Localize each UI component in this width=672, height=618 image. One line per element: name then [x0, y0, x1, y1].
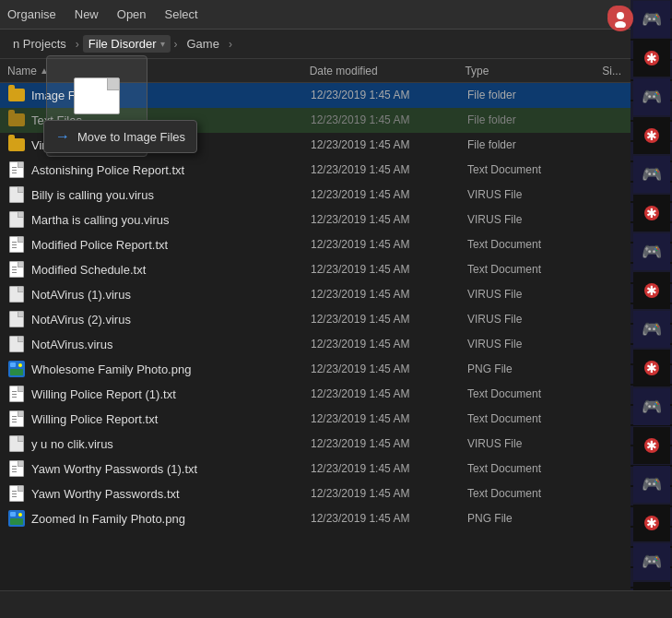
file-modified: 12/23/2019 1:45 AM — [311, 437, 467, 450]
file-name: Yawn Worthy Passwords.txt — [31, 487, 311, 501]
file-type: PNG File — [467, 512, 606, 525]
toolbar: Organise New Open Select — [0, 0, 672, 30]
svg-text:✱: ✱ — [646, 128, 657, 143]
puzzle-tile: 🎮 — [633, 233, 670, 270]
toolbar-select[interactable]: Select — [165, 7, 198, 21]
file-modified: 12/23/2019 1:45 AM — [311, 487, 467, 500]
puzzle-tile: ✱ — [633, 505, 670, 541]
puzzle-tile: 🎮 — [633, 388, 670, 425]
file-row[interactable]: Zoomed In Family Photo.png12/23/2019 1:4… — [0, 506, 631, 531]
file-name: Zoomed In Family Photo.png — [31, 512, 311, 526]
file-modified: 12/23/2019 1:45 AM — [311, 288, 467, 301]
file-type: File folder — [467, 113, 606, 126]
svg-rect-24 — [10, 518, 23, 525]
svg-point-25 — [18, 513, 22, 517]
svg-point-16 — [617, 12, 624, 19]
file-modified: 12/23/2019 1:45 AM — [311, 213, 467, 226]
puzzle-tile: 🎮 — [633, 311, 670, 348]
file-list: Image Files12/23/2019 1:45 AMFile folder… — [0, 83, 672, 590]
file-row[interactable]: Text Files12/23/2019 1:45 AMFile folder — [0, 108, 631, 133]
file-row[interactable]: Modified Schedule.txt12/23/2019 1:45 AMT… — [0, 257, 631, 282]
file-icon — [7, 210, 26, 229]
sort-arrow-icon: ▲ — [40, 65, 49, 76]
file-icon — [7, 285, 26, 303]
file-name: Wholesome Family Photo.png — [31, 362, 311, 376]
file-icon — [7, 335, 26, 353]
file-icon — [7, 235, 26, 254]
file-name: NotAVirus (1).virus — [31, 288, 311, 302]
file-row[interactable]: Yawn Worthy Passwords.txt12/23/2019 1:45… — [0, 481, 631, 506]
col-header-name[interactable]: Name ▲ — [7, 65, 310, 77]
file-modified: 12/23/2019 1:45 AM — [311, 512, 467, 525]
puzzle-tile: ✱ — [633, 427, 670, 464]
file-name: NotAVirus (2).virus — [31, 313, 311, 327]
file-type: PNG File — [467, 362, 606, 375]
file-modified: 12/23/2019 1:45 AM — [311, 188, 467, 201]
breadcrumb-file-disorder[interactable]: File Disorder ▾ — [83, 35, 171, 53]
svg-point-21 — [18, 363, 22, 367]
file-type: Text Document — [467, 163, 606, 176]
column-headers: Name ▲ Date modified Type Si... — [0, 59, 672, 83]
breadcrumb-sep-3: › — [229, 38, 232, 51]
file-name: Martha is calling you.virus — [31, 213, 311, 227]
file-modified: 12/23/2019 1:45 AM — [311, 163, 467, 176]
file-row[interactable]: Astonishing Police Report.txt12/23/2019 … — [0, 158, 631, 183]
svg-text:✱: ✱ — [646, 516, 657, 530]
file-name: Modified Police Report.txt — [31, 238, 311, 252]
file-icon — [7, 459, 26, 478]
col-header-size[interactable]: Si... — [602, 65, 621, 77]
file-type: File folder — [467, 89, 606, 101]
file-row[interactable]: NotAVirus (2).virus12/23/2019 1:45 AMVIR… — [0, 307, 631, 332]
file-row[interactable]: Wholesome Family Photo.png12/23/2019 1:4… — [0, 357, 631, 382]
file-name: Billy is calling you.virus — [31, 188, 311, 202]
breadcrumb-sep-1: › — [76, 38, 79, 51]
file-row[interactable]: Yawn Worthy Passwords (1).txt12/23/2019 … — [0, 457, 631, 481]
breadcrumb-sep-2: › — [174, 38, 178, 51]
file-icon — [7, 434, 26, 453]
puzzle-tile: ✱ — [633, 195, 670, 232]
avatar[interactable] — [607, 6, 626, 24]
file-row[interactable]: y u no clik.virus12/23/2019 1:45 AMVIRUS… — [0, 432, 631, 457]
file-row[interactable]: Billy is calling you.virus12/23/2019 1:4… — [0, 183, 631, 208]
col-header-type[interactable]: Type — [465, 65, 602, 77]
toolbar-organise[interactable]: Organise — [7, 7, 56, 21]
file-icon — [7, 111, 26, 129]
file-modified: 12/23/2019 1:45 AM — [311, 313, 467, 326]
file-type: VIRUS File — [467, 338, 606, 351]
file-type: Text Document — [467, 462, 606, 475]
file-row[interactable]: Martha is calling you.virus12/23/2019 1:… — [0, 208, 631, 232]
breadcrumb-game[interactable]: Game — [182, 35, 225, 53]
svg-rect-20 — [10, 369, 23, 375]
file-row[interactable]: Modified Police Report.txt12/23/2019 1:4… — [0, 232, 631, 257]
file-type: Text Document — [467, 263, 606, 276]
statusbar — [0, 590, 672, 618]
file-icon — [7, 310, 26, 328]
puzzle-tile: 🎮 — [633, 156, 670, 193]
file-row[interactable]: Image Files12/23/2019 1:45 AMFile folder — [0, 83, 631, 108]
toolbar-new[interactable]: New — [75, 7, 99, 21]
file-name: y u no clik.virus — [31, 437, 311, 451]
side-pattern: 🎮 ✱ 🎮 ✱ 🎮 ✱ 🎮 ✱ 🎮 ✱ 🎮 ✱ 🎮 ✱ 🎮 ✱ — [631, 0, 672, 618]
file-modified: 12/23/2019 1:45 AM — [311, 338, 467, 351]
file-row[interactable]: NotAVirus.virus12/23/2019 1:45 AMVIRUS F… — [0, 332, 631, 357]
svg-text:✱: ✱ — [646, 206, 657, 220]
file-modified: 12/23/2019 1:45 AM — [311, 263, 467, 276]
col-header-modified[interactable]: Date modified — [310, 65, 466, 77]
puzzle-tile: ✱ — [633, 350, 670, 386]
file-modified: 12/23/2019 1:45 AM — [311, 462, 467, 475]
breadcrumb: n Projects › File Disorder ▾ › Game › — [0, 30, 672, 59]
file-row[interactable]: Willing Police Report (1).txt12/23/2019 … — [0, 382, 631, 407]
svg-rect-23 — [10, 512, 16, 517]
file-icon — [7, 385, 26, 403]
file-icon — [7, 160, 26, 179]
file-icon — [7, 86, 26, 104]
file-row[interactable]: NotAVirus (1).virus12/23/2019 1:45 AMVIR… — [0, 282, 631, 307]
svg-text:✱: ✱ — [646, 51, 657, 65]
file-icon — [7, 484, 26, 503]
file-modified: 12/23/2019 1:45 AM — [311, 138, 467, 151]
file-type: File folder — [467, 138, 606, 151]
breadcrumb-n-projects[interactable]: n Projects — [7, 35, 72, 53]
file-row[interactable]: Willing Police Report.txt12/23/2019 1:45… — [0, 407, 631, 432]
file-row[interactable]: Viruses12/23/2019 1:45 AMFile folder — [0, 133, 631, 158]
toolbar-open[interactable]: Open — [117, 7, 147, 21]
